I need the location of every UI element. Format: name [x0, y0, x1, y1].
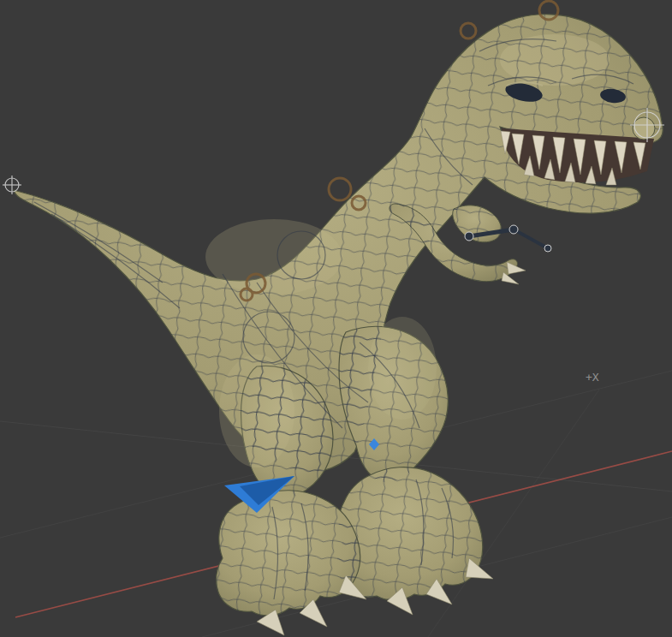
viewport-canvas[interactable]: +X [0, 0, 672, 637]
bone-joint[interactable] [509, 225, 518, 234]
bone-joint[interactable] [544, 245, 551, 252]
trex-nose [633, 117, 655, 140]
bone-joint[interactable] [465, 232, 473, 241]
3d-viewport[interactable]: +X [0, 0, 672, 637]
x-axis-label: +X [586, 371, 599, 384]
